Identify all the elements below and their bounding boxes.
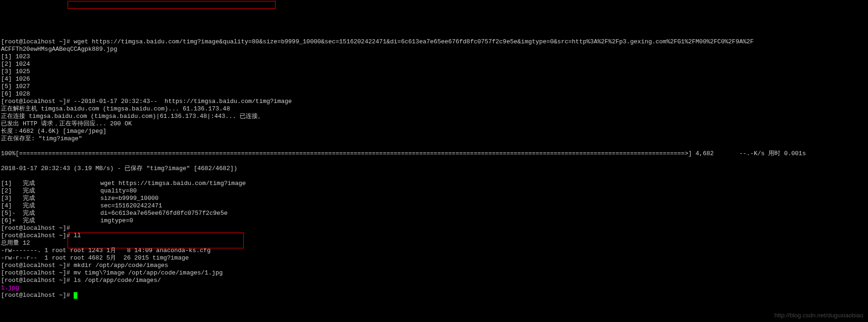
bg-job: [3] 1025 xyxy=(1,68,30,75)
cmd-wget: [root@localhost ~]# wget https://timgsa.… xyxy=(1,38,754,45)
job-done: [5]- 完成 di=6c613ea7e65ee676fd8fc0757f2c9… xyxy=(1,210,227,217)
highlight-box-wget xyxy=(68,1,276,9)
prompt-empty: [root@localhost ~]# xyxy=(1,225,74,232)
bg-job: [6] 1028 xyxy=(1,90,30,97)
cmd-ll: [root@localhost ~]# ll xyxy=(1,232,81,239)
terminal[interactable]: [root@localhost ~]# wget https://timgsa.… xyxy=(0,30,868,299)
cursor-icon xyxy=(74,292,77,299)
wget-resolve: 正在解析主机 timgsa.baidu.com (timgsa.baidu.co… xyxy=(1,105,230,112)
ll-row: -rw-------. 1 root root 1243 1月 8 14:09 … xyxy=(1,247,211,254)
wget-length: 长度：4682 (4.6K) [image/jpeg] xyxy=(1,128,106,135)
job-done: [1] 完成 wget https://timgsa.baidu.com/tim… xyxy=(1,180,246,187)
ll-total: 总用量 12 xyxy=(1,240,30,247)
cmd-ls: [root@localhost ~]# ls /opt/app/code/ima… xyxy=(1,277,161,284)
job-done: [2] 完成 quality=80 xyxy=(1,187,137,194)
wget-connect: 正在连接 timgsa.baidu.com (timgsa.baidu.com)… xyxy=(1,113,264,120)
wget-time: [root@localhost ~]# --2018-01-17 20:32:4… xyxy=(1,98,292,105)
blank xyxy=(1,158,5,164)
cmd-mv: [root@localhost ~]# mv timg\?image /opt/… xyxy=(1,269,223,276)
ls-output: 1.jpg xyxy=(1,284,19,291)
bg-job: [1] 1023 xyxy=(1,53,30,60)
cmd-wget-cont: ACFFTh20ewHMsgAABeqCCAgpk889.jpg xyxy=(1,46,117,53)
cmd-mkdir: [root@localhost ~]# mkdir /opt/app/code/… xyxy=(1,262,168,269)
bg-job: [2] 1024 xyxy=(1,61,30,68)
wget-progress: 100%[===================================… xyxy=(1,150,806,157)
bg-job: [4] 1026 xyxy=(1,75,30,82)
wget-http: 已发出 HTTP 请求，正在等待回应... 200 OK xyxy=(1,120,132,127)
blank xyxy=(1,143,5,150)
wget-saving: 正在保存至: "timg?image" xyxy=(1,135,82,142)
job-done: [4] 完成 sec=1516202422471 xyxy=(1,202,162,209)
prompt-cursor[interactable]: [root@localhost ~]# xyxy=(1,292,77,299)
job-done: [3] 完成 size=b9999_10000 xyxy=(1,195,158,202)
wget-saved: 2018-01-17 20:32:43 (3.19 MB/s) - 已保存 "t… xyxy=(1,165,237,172)
blank xyxy=(1,172,5,179)
bg-job: [5] 1027 xyxy=(1,83,30,90)
job-done: [6]+ 完成 imgtype=0 xyxy=(1,217,133,224)
watermark: http://blog.csdn.net/duguxiaobiao xyxy=(774,312,863,319)
ll-row: -rw-r--r-- 1 root root 4682 5月 26 2015 t… xyxy=(1,254,189,261)
